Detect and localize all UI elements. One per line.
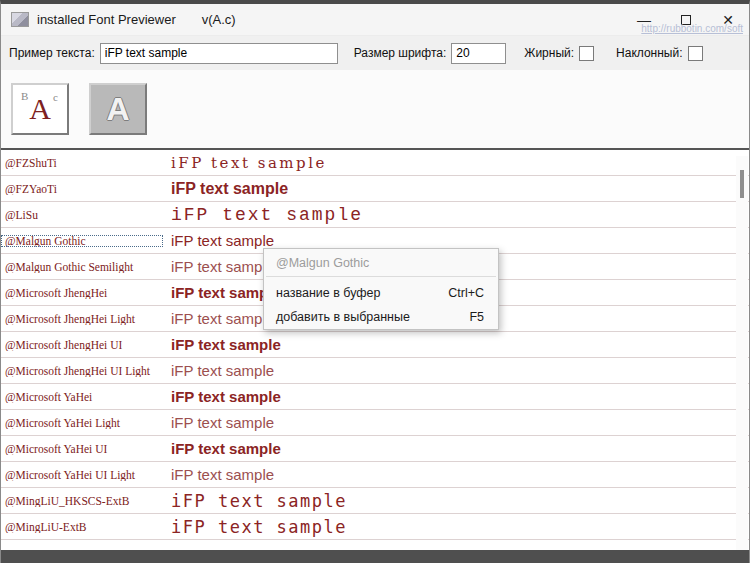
font-preview-text: iFP text sample [163, 180, 288, 198]
font-row[interactable]: @Microsoft YaHei LightiFP text sample [1, 410, 749, 436]
font-row[interactable]: @Microsoft YaHei UI LightiFP text sample [1, 462, 749, 488]
italic-checkbox[interactable] [688, 46, 703, 61]
toolbar: http://rubbotin.com/soft Пример текста: … [1, 36, 749, 70]
font-name[interactable]: @FZShuTi [1, 157, 163, 169]
window-version: v(A.c) [202, 12, 236, 27]
font-name[interactable]: @LiSu [1, 209, 163, 221]
sans-preview-button[interactable]: A [89, 83, 147, 135]
font-name[interactable]: @Microsoft JhengHei Light [1, 313, 163, 325]
serif-sup-left-glyph: B [21, 90, 28, 102]
window-bottom-edge [1, 550, 749, 563]
font-preview-text: iFP text sample [163, 258, 274, 275]
font-row[interactable]: @MingLiU-ExtBiFP text sample [1, 514, 749, 540]
titlebar: installed Font Previewer v(A.c) — ✕ [1, 4, 749, 36]
font-row[interactable]: @FZShuTiiFP text sample [1, 150, 749, 176]
font-preview-text: iFP text sample [163, 440, 281, 457]
context-menu: @Malgun Gothic название в буфер Ctrl+C д… [263, 248, 499, 330]
font-name[interactable]: @Microsoft JhengHei UI [1, 339, 163, 351]
serif-a-icon: A [29, 94, 51, 124]
font-preview-text: iFP text sample [163, 466, 274, 483]
font-row[interactable]: @Microsoft YaHeiiFP text sample [1, 384, 749, 410]
font-name[interactable]: @Malgun Gothic [1, 235, 163, 247]
menu-item-add-to-selected[interactable]: добавить в выбранные F5 [264, 305, 498, 329]
menu-item-copy-name[interactable]: название в буфер Ctrl+C [264, 281, 498, 305]
font-name[interactable]: @MingLiU_HKSCS-ExtB [1, 495, 163, 507]
font-name[interactable]: @Microsoft JhengHei UI Light [1, 365, 163, 377]
menu-item-label: добавить в выбранные [276, 310, 410, 324]
font-name[interactable]: @MingLiU-ExtB [1, 521, 163, 533]
font-name[interactable]: @Malgun Gothic Semilight [1, 261, 163, 273]
italic-label: Наклонный: [616, 46, 682, 60]
font-preview-text: iFP text sample [163, 205, 363, 225]
menu-item-shortcut: F5 [469, 310, 484, 324]
website-link[interactable]: http://rubbotin.com/soft [641, 23, 743, 34]
app-window: installed Font Previewer v(A.c) — ✕ http… [0, 0, 750, 563]
app-icon [11, 12, 29, 27]
font-preview-text: iFP text sample [163, 414, 274, 431]
font-name[interactable]: @Microsoft JhengHei [1, 287, 163, 299]
serif-preview-button[interactable]: B A c [11, 83, 69, 135]
font-row[interactable]: @MingLiU_HKSCS-ExtBiFP text sample [1, 488, 749, 514]
font-row[interactable]: @FZYaoTiiFP text sample [1, 176, 749, 202]
menu-item-shortcut: Ctrl+C [448, 286, 484, 300]
font-preview-text: iFP text sample [163, 154, 327, 172]
font-row[interactable]: @LiSuiFP text sample [1, 202, 749, 228]
font-name[interactable]: @Microsoft YaHei UI [1, 443, 163, 455]
font-name[interactable]: @Microsoft YaHei UI Light [1, 469, 163, 481]
bold-label: Жирный: [524, 46, 574, 60]
bold-checkbox[interactable] [579, 46, 594, 61]
font-row[interactable]: @Microsoft JhengHei UI LightiFP text sam… [1, 358, 749, 384]
font-size-input[interactable] [451, 43, 506, 64]
serif-sup-right-glyph: c [53, 91, 58, 103]
font-preview-text: iFP text sample [163, 310, 274, 327]
font-preview-text: iFP text sample [163, 517, 347, 537]
font-preview-text: iFP text sample [163, 491, 347, 511]
context-menu-header: @Malgun Gothic [264, 249, 498, 276]
font-preview-text: iFP text sample [163, 388, 281, 405]
font-name[interactable]: @Microsoft YaHei Light [1, 417, 163, 429]
scrollbar-track[interactable] [736, 156, 748, 552]
style-button-row: B A c A [1, 70, 749, 148]
sample-text-label: Пример текста: [9, 46, 95, 60]
font-name[interactable]: @Microsoft YaHei [1, 391, 163, 403]
menu-item-label: название в буфер [276, 286, 381, 300]
font-preview-text: iFP text sample [163, 362, 274, 379]
font-row[interactable]: @Microsoft JhengHei UIiFP text sample [1, 332, 749, 358]
font-row[interactable]: @Microsoft YaHei UIiFP text sample [1, 436, 749, 462]
font-preview-text: iFP text sample [163, 232, 274, 249]
context-menu-separator [266, 276, 496, 277]
font-name[interactable]: @FZYaoTi [1, 183, 163, 195]
window-title: installed Font Previewer [37, 12, 176, 27]
font-preview-text: iFP text sample [163, 336, 281, 353]
sans-a-icon: A [106, 93, 129, 125]
scrollbar-thumb[interactable] [740, 170, 744, 198]
font-size-label: Размер шрифта: [354, 46, 447, 60]
sample-text-input[interactable] [100, 43, 338, 64]
font-list: @FZShuTiiFP text sample@FZYaoTiiFP text … [1, 148, 749, 542]
